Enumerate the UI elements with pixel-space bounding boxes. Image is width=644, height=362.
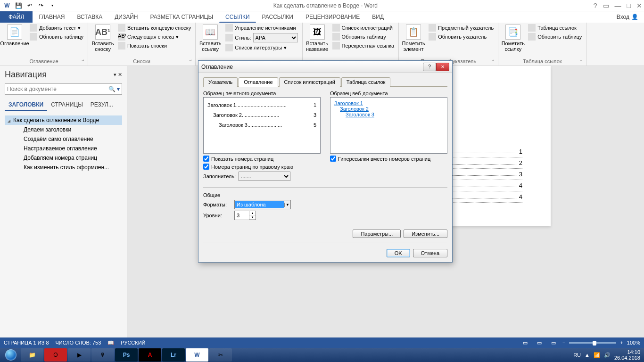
nav-item-root[interactable]: Как сделать оглавление в Ворде — [5, 115, 122, 125]
maximize-icon[interactable]: □ — [627, 2, 631, 9]
cancel-button[interactable]: Отмена — [413, 249, 447, 257]
tray-lang[interactable]: RU — [573, 352, 581, 358]
bibliography-button[interactable]: Список литературы ▾ — [224, 43, 299, 52]
qat-customize-icon[interactable]: ▾ — [47, 0, 58, 11]
tray-flag-icon[interactable]: ▲ — [585, 352, 590, 358]
chk-right-align[interactable] — [203, 164, 209, 170]
params-button[interactable]: Параметры... — [353, 230, 401, 238]
start-button[interactable] — [2, 348, 20, 362]
update-figures-button[interactable]: Обновить таблицу — [331, 33, 396, 41]
zoom-level[interactable]: 100% — [627, 340, 640, 346]
undo-icon[interactable]: ↶ — [25, 0, 35, 11]
taskbar-app[interactable]: 🎙 — [91, 348, 114, 362]
view-print-icon[interactable]: ▭ — [534, 340, 545, 346]
status-language[interactable]: РУССКИЙ — [121, 340, 145, 346]
taskbar-word[interactable]: W — [186, 348, 208, 362]
signin-link[interactable]: Вход👤 — [611, 11, 644, 23]
mark-entry-icon: 📋 — [406, 25, 421, 40]
insert-toa-button[interactable]: Таблица ссылок — [527, 24, 583, 32]
mark-entry-button[interactable]: 📋Пометить элемент — [402, 24, 425, 53]
taskbar-explorer[interactable]: 📁 — [21, 348, 43, 362]
nav-tab-results[interactable]: РЕЗУЛ... — [87, 99, 117, 111]
show-notes-button[interactable]: Показать сноски — [116, 41, 192, 50]
zoom-out-icon[interactable]: − — [562, 340, 565, 346]
ribbon-options-icon[interactable]: ▭ — [603, 2, 609, 9]
insert-footnote-button[interactable]: AB¹Вставить сноску — [91, 24, 115, 53]
tray-clock[interactable]: 14:10 26.04.2018 — [614, 349, 640, 361]
toc-button[interactable]: 📄Оглавление — [3, 24, 26, 47]
nav-item[interactable]: Делаем заголовки — [5, 125, 122, 134]
levels-spinner[interactable]: ▲▼ — [234, 211, 256, 220]
taskbar-lightroom[interactable]: Lr — [162, 348, 185, 362]
nav-search-box[interactable]: 🔍 ▾ — [5, 83, 122, 95]
mark-citation-button[interactable]: 📑Пометить ссылку — [501, 24, 525, 53]
view-web-icon[interactable]: ▭ — [548, 340, 559, 346]
zoom-slider[interactable] — [569, 342, 616, 344]
tab-insert[interactable]: ВСТАВКА — [71, 11, 108, 23]
tab-references[interactable]: ССЫЛКИ — [219, 11, 256, 23]
taskbar-media[interactable]: ▶ — [68, 348, 91, 362]
view-read-icon[interactable]: ▭ — [520, 340, 530, 346]
insert-citation-button[interactable]: 📖Вставить ссылку — [198, 24, 222, 53]
nav-menu-icon[interactable]: ▾ ✕ — [114, 72, 122, 78]
close-icon[interactable]: ✕ — [636, 2, 642, 9]
nav-item[interactable]: Как изменить стиль оформлен... — [5, 163, 122, 172]
help-icon[interactable]: ? — [594, 2, 597, 9]
word-icon[interactable]: W — [2, 0, 12, 11]
nav-search-input[interactable] — [7, 86, 108, 92]
dlg-tab-toc[interactable]: Оглавление — [239, 77, 278, 87]
levels-input[interactable] — [235, 211, 249, 220]
minimize-icon[interactable]: — — [615, 2, 621, 9]
tab-home[interactable]: ГЛАВНАЯ — [33, 11, 71, 23]
modify-button[interactable]: Изменить... — [404, 230, 447, 238]
search-icon[interactable]: 🔍 ▾ — [108, 86, 120, 92]
tab-leader-select[interactable]: ....... — [239, 172, 290, 181]
manage-sources-button[interactable]: Управление источниками — [224, 24, 299, 32]
citation-style-select[interactable]: APA — [253, 33, 298, 42]
nav-item[interactable]: Добавляем номера страниц — [5, 153, 122, 163]
zoom-in-icon[interactable]: + — [620, 340, 623, 346]
tab-layout[interactable]: РАЗМЕТКА СТРАНИЦЫ — [144, 11, 220, 23]
dlg-tab-figures[interactable]: Список иллюстраций — [279, 77, 340, 87]
update-toa-button[interactable]: Обновить таблицу — [527, 33, 583, 41]
insert-caption-button[interactable]: 🖼Вставить название — [305, 24, 329, 53]
dlg-tab-authorities[interactable]: Таблица ссылок — [341, 77, 391, 87]
chk-show-pages[interactable] — [203, 156, 209, 162]
table-of-figures-button[interactable]: Список иллюстраций — [331, 24, 396, 32]
dialog-help-icon[interactable]: ? — [423, 63, 436, 71]
update-index-button[interactable]: Обновить указатель — [427, 33, 495, 41]
add-text-button[interactable]: Добавить текст ▾ — [28, 24, 85, 32]
next-footnote-button[interactable]: AB¹Следующая сноска ▾ — [116, 33, 192, 41]
proofing-icon[interactable]: 📖 — [107, 340, 114, 346]
taskbar-opera[interactable]: O — [44, 348, 67, 362]
tab-design[interactable]: ДИЗАЙН — [108, 11, 144, 23]
tab-view[interactable]: ВИД — [366, 11, 390, 23]
tab-mailings[interactable]: РАССЫЛКИ — [256, 11, 299, 23]
nav-item[interactable]: Создаём само оглавление — [5, 134, 122, 144]
taskbar-acrobat[interactable]: A — [139, 348, 161, 362]
update-toc-button[interactable]: Обновить таблицу — [28, 33, 85, 41]
spin-up-icon[interactable]: ▲ — [249, 211, 256, 215]
file-tab[interactable]: ФАЙЛ — [0, 11, 33, 23]
nav-tab-headings[interactable]: ЗАГОЛОВКИ — [5, 99, 47, 111]
tab-review[interactable]: РЕЦЕНЗИРОВАНИЕ — [299, 11, 366, 23]
nav-item[interactable]: Настраиваемое оглавление — [5, 144, 122, 153]
tray-network-icon[interactable]: 📶 — [594, 352, 600, 358]
chk-hyperlinks[interactable] — [330, 156, 336, 162]
formats-select[interactable]: Из шаблона▼ — [234, 200, 291, 209]
tray-volume-icon[interactable]: 🔊 — [604, 352, 611, 358]
status-words[interactable]: ЧИСЛО СЛОВ: 753 — [56, 340, 101, 346]
ok-button[interactable]: OK — [387, 249, 410, 257]
insert-endnote-button[interactable]: Вставить концевую сноску — [116, 24, 192, 32]
status-page[interactable]: СТРАНИЦА 1 ИЗ 8 — [4, 340, 49, 346]
redo-icon[interactable]: ↷ — [36, 0, 46, 11]
cross-reference-button[interactable]: Перекрестная ссылка — [331, 41, 396, 50]
insert-index-button[interactable]: Предметный указатель — [427, 24, 495, 32]
nav-tab-pages[interactable]: СТРАНИЦЫ — [47, 99, 87, 111]
taskbar-snip[interactable]: ✂ — [209, 348, 232, 362]
spin-down-icon[interactable]: ▼ — [249, 215, 256, 220]
taskbar-photoshop[interactable]: Ps — [115, 348, 138, 362]
save-icon[interactable]: 💾 — [13, 0, 24, 11]
dialog-close-icon[interactable]: ✕ — [436, 63, 449, 71]
dlg-tab-index[interactable]: Указатель — [203, 77, 238, 87]
